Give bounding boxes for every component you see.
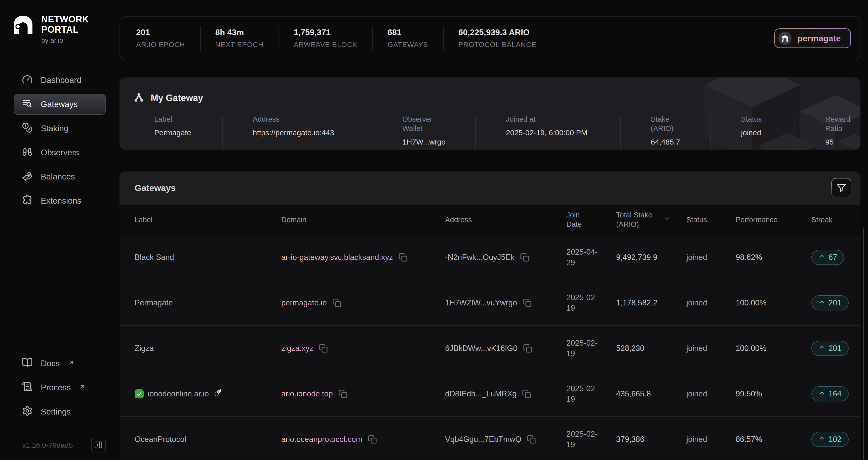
sidebar-item-extensions[interactable]: Extensions — [14, 190, 106, 211]
sidebar-item-label: Balances — [41, 172, 75, 182]
binoculars-icon — [22, 146, 33, 159]
gateway-label-text: Black Sand — [134, 253, 174, 262]
cell-total-stake: 528,230 — [616, 344, 686, 353]
hand-coins-icon — [22, 170, 33, 183]
sidebar-secondary-nav: Docs Process Settings — [14, 353, 106, 422]
cell-label: Zigza — [134, 344, 281, 353]
wallet-address: Vqb4Ggu...7EbTmwQ — [445, 435, 521, 444]
my-gateway-field-label: Label Permagate — [120, 114, 222, 150]
copy-address-button[interactable] — [522, 389, 532, 399]
scroll-text-icon — [22, 381, 33, 394]
sidebar-item-docs[interactable]: Docs — [14, 353, 106, 374]
copy-domain-button[interactable] — [338, 389, 348, 399]
gateways-title: Gateways — [134, 183, 176, 193]
gateway-row-permagate[interactable]: Permagate permagate.io 1H7WZlW...vuYwrgo… — [120, 280, 861, 326]
gateway-row-oceanprotocol[interactable]: OceanProtocol ario.oceanprotocol.com Vqb… — [120, 417, 861, 460]
cell-total-stake: 379,386 — [616, 435, 686, 444]
column-header-label: Status — [686, 215, 707, 225]
field-value: Permagate — [154, 128, 222, 137]
cell-performance: 86.57% — [736, 435, 811, 444]
gateway-row-black-sand[interactable]: Black Sand ar-io-gateway.svc.blacksand.x… — [120, 235, 861, 280]
sidebar-item-label: Gateways — [41, 100, 78, 109]
sidebar-item-balances[interactable]: Balances — [14, 166, 106, 187]
cell-streak: 164 — [811, 386, 861, 401]
my-gateway-title: My Gateway — [151, 93, 203, 103]
my-gateway-header: My Gateway — [133, 93, 203, 104]
copy-domain-button[interactable] — [367, 434, 377, 445]
external-link-arrow-icon — [68, 359, 75, 368]
sidebar-item-dashboard[interactable]: Dashboard — [14, 70, 106, 91]
sidebar-item-label: Observers — [41, 148, 79, 157]
sidebar-item-label: Extensions — [41, 196, 81, 206]
gateways-table-header: Label Domain Address Join Date Total Sta… — [120, 205, 861, 235]
gateway-label-text: Permagate — [134, 298, 173, 307]
cell-address: 6JBkDWw...vK16IG0 — [445, 343, 566, 354]
join-date: 2025-02-19 — [566, 383, 598, 404]
domain-link[interactable]: permagate.io — [281, 298, 327, 308]
puzzle-icon — [22, 195, 33, 207]
stat-value: 681 — [388, 28, 428, 37]
cell-address: 1H7WZlW...vuYwrgo — [445, 298, 566, 308]
filter-button[interactable] — [831, 178, 851, 198]
network-stats-bar: 201 AR.IO EPOCH 8h 43m NEXT EPOCH 1,759,… — [120, 16, 861, 60]
coins-icon — [22, 122, 33, 135]
column-header-join-date: Join Date — [566, 210, 616, 229]
cell-performance: 99.50% — [736, 389, 811, 398]
gateway-row-zigza[interactable]: Zigza zigza.xyz 6JBkDWw...vK16IG0 2025-0… — [120, 326, 861, 371]
domain-link[interactable]: zigza.xyz — [281, 343, 313, 354]
cell-join-date: 2025-02-19 — [566, 338, 616, 359]
column-header-label: Label — [134, 215, 281, 225]
sidebar-item-label: Settings — [41, 407, 71, 417]
sidebar-item-label: Staking — [41, 124, 68, 133]
gateways-card: Gateways Label Domain Address Join — [120, 171, 861, 460]
sidebar-item-staking[interactable]: Staking — [14, 118, 106, 139]
brand-subtitle: by ar.io — [41, 37, 89, 44]
arrow-up-icon — [818, 254, 826, 261]
sidebar-collapse-button[interactable] — [91, 438, 106, 453]
sidebar-item-gateways[interactable]: Gateways — [14, 94, 106, 115]
profile-gateway-button[interactable]: permagate — [774, 28, 851, 48]
stat-protocol-balance: 60,225,939.3 ARIO PROTOCOL BALANCE — [458, 28, 552, 49]
cell-label: ionodeonline.ar.io — [134, 388, 281, 400]
stat-value: 8h 43m — [215, 28, 264, 37]
copy-address-button[interactable] — [520, 252, 530, 262]
sidebar-divider — [14, 430, 106, 430]
stat-value: 1,759,371 — [293, 28, 357, 37]
cell-status: joined — [686, 389, 736, 399]
copy-domain-button[interactable] — [332, 298, 342, 308]
sidebar-item-process[interactable]: Process — [14, 377, 106, 398]
sidebar-item-label: Process — [41, 383, 71, 392]
copy-domain-button[interactable] — [318, 343, 328, 354]
ar-io-logo-icon — [12, 14, 34, 34]
sidebar-item-observers[interactable]: Observers — [14, 142, 106, 163]
cell-total-stake: 435,665.8 — [616, 389, 686, 398]
copy-address-button[interactable] — [523, 343, 533, 354]
wallet-address: 1H7WZlW...vuYwrgo — [445, 298, 517, 307]
gateway-label-text: Zigza — [134, 344, 154, 353]
funnel-filter-icon — [836, 183, 846, 194]
sidebar-item-settings[interactable]: Settings — [14, 401, 106, 422]
cell-label: Black Sand — [134, 253, 281, 262]
page-scrollbar-thumb[interactable] — [863, 228, 864, 460]
external-link-arrow-icon — [79, 383, 86, 392]
streak-badge: 201 — [811, 295, 849, 310]
column-header-total-stake-ario[interactable]: Total Stake (ARIO) — [616, 210, 686, 229]
domain-link[interactable]: ar-io-gateway.svc.blacksand.xyz — [281, 252, 393, 263]
domain-link[interactable]: ario.ionode.top — [281, 389, 333, 399]
copy-domain-button[interactable] — [398, 252, 408, 262]
my-gateway-fields: Label Permagate Address https://permagat… — [120, 114, 850, 150]
gateway-row-ionodeonline-ar-io[interactable]: ionodeonline.ar.io ario.ionode.top dD8IE… — [120, 371, 861, 417]
cell-domain: permagate.io — [281, 298, 445, 308]
cell-performance: 98.62% — [736, 253, 811, 262]
domain-link[interactable]: ario.oceanprotocol.com — [281, 434, 362, 445]
copy-address-button[interactable] — [526, 434, 536, 445]
cell-join-date: 2025-02-19 — [566, 383, 616, 404]
cell-label: Permagate — [134, 298, 281, 307]
my-gateway-field-joined-at: Joined at 2025-02-19, 6:00:00 PM — [475, 114, 620, 150]
column-header-label: Total Stake (ARIO) — [616, 210, 659, 229]
book-open-icon — [22, 357, 33, 370]
wallet-address: 6JBkDWw...vK16IG0 — [445, 344, 518, 353]
copy-address-button[interactable] — [522, 298, 532, 308]
streak-value: 67 — [829, 253, 837, 262]
cell-streak: 102 — [811, 432, 861, 447]
